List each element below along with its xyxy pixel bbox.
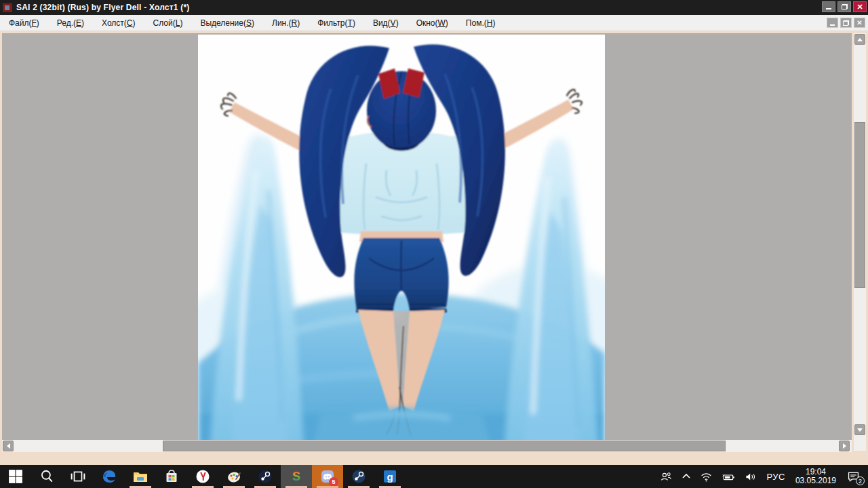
- minimize-icon: [830, 24, 835, 26]
- wifi-icon: [701, 471, 712, 483]
- arrow-down-icon: [857, 428, 863, 432]
- scroll-down-button[interactable]: [854, 424, 865, 435]
- menu-canvas[interactable]: Холст(C): [93, 16, 144, 30]
- minimize-icon: [826, 8, 831, 9]
- menu-bar: Файл(F) Ред.(E) Холст(C) Слой(L) Выделен…: [0, 15, 868, 31]
- clock[interactable]: 19:04 03.05.2019: [790, 468, 842, 485]
- title-bar[interactable]: SAI 2 (32bit) (Rus) by Flyer Dell - Холс…: [0, 0, 868, 15]
- store-icon: [164, 469, 179, 484]
- taskbar-app-edge[interactable]: [94, 465, 125, 488]
- paint-palette-icon: [226, 469, 241, 484]
- horizontal-scrollbar[interactable]: [2, 440, 852, 452]
- search-icon: [39, 469, 54, 484]
- windows-logo-icon: [8, 469, 23, 484]
- close-button[interactable]: ✕: [853, 1, 867, 12]
- taskbar-app-file-explorer[interactable]: [125, 465, 156, 488]
- language-indicator[interactable]: РУС: [762, 465, 790, 488]
- taskbar-app-store[interactable]: [156, 465, 187, 488]
- restore-button[interactable]: [837, 1, 851, 12]
- scroll-left-button[interactable]: [3, 441, 14, 451]
- arrow-left-icon: [7, 443, 10, 449]
- document-close-button[interactable]: ✕: [854, 18, 865, 28]
- taskbar-app-yandex[interactable]: [187, 465, 218, 488]
- workspace: [0, 31, 868, 465]
- canvas-viewport[interactable]: [2, 33, 852, 451]
- app-icon: [3, 3, 12, 12]
- battery-icon: [722, 471, 735, 483]
- restore-icon: [842, 4, 848, 9]
- system-tray: РУС 19:04 03.05.2019 2: [656, 465, 868, 488]
- svg-text:S: S: [292, 470, 300, 483]
- chevron-up-icon: [682, 472, 691, 481]
- taskbar-app-steam-1[interactable]: [250, 465, 281, 488]
- document-minimize-button[interactable]: [827, 18, 838, 28]
- window-title: SAI 2 (32bit) (Rus) by Flyer Dell - Холс…: [16, 3, 189, 12]
- vertical-scroll-thumb[interactable]: [854, 122, 865, 288]
- close-icon: ✕: [856, 19, 862, 26]
- start-button[interactable]: [0, 465, 31, 488]
- taskbar-app-sai2[interactable]: S: [281, 465, 312, 488]
- steam-icon: [351, 469, 366, 484]
- menu-ruler[interactable]: Лин.(R): [263, 16, 309, 30]
- menu-selection[interactable]: Выделение(S): [191, 16, 263, 30]
- taskbar: S 5 g: [0, 465, 868, 488]
- menu-edit[interactable]: Ред.(E): [48, 16, 93, 30]
- power-button[interactable]: [717, 465, 740, 488]
- sai2-icon: S: [289, 469, 304, 484]
- menu-window[interactable]: Окно(W): [408, 16, 457, 30]
- action-center-badge: 2: [856, 476, 865, 485]
- vertical-scrollbar[interactable]: [854, 33, 866, 451]
- volume-button[interactable]: [740, 465, 762, 488]
- steam-icon: [258, 469, 273, 484]
- taskbar-app-sai-palette[interactable]: [218, 465, 250, 488]
- speaker-icon: [745, 471, 757, 483]
- sai2-application-window: SAI 2 (32bit) (Rus) by Flyer Dell - Холс…: [0, 0, 868, 488]
- minimize-button[interactable]: [822, 1, 835, 12]
- arrow-right-icon: [843, 443, 846, 449]
- close-icon: ✕: [856, 3, 863, 12]
- edge-icon: [102, 469, 117, 484]
- arrow-up-icon: [857, 38, 863, 41]
- menu-help[interactable]: Пом.(H): [457, 16, 505, 30]
- file-explorer-icon: [133, 469, 148, 484]
- painting-canvas[interactable]: [198, 35, 605, 445]
- network-button[interactable]: [696, 465, 717, 488]
- menu-view[interactable]: Вид(V): [364, 16, 408, 30]
- task-view-button[interactable]: [62, 465, 94, 488]
- svg-text:g: g: [387, 471, 393, 483]
- scroll-right-button[interactable]: [839, 441, 850, 451]
- horizontal-scroll-thumb[interactable]: [163, 441, 726, 451]
- scroll-up-button[interactable]: [854, 34, 865, 45]
- yandex-browser-icon: [195, 469, 210, 484]
- taskbar-app-garrys-mod[interactable]: g: [374, 465, 406, 488]
- document-restore-button[interactable]: [840, 18, 852, 28]
- people-icon: [660, 471, 672, 483]
- action-center-button[interactable]: 2: [842, 465, 868, 488]
- taskbar-app-steam-2[interactable]: [343, 465, 374, 488]
- menu-filter[interactable]: Фильтр(T): [309, 16, 364, 30]
- date: 03.05.2019: [795, 476, 836, 485]
- menu-file[interactable]: Файл(F): [0, 16, 48, 30]
- garrys-mod-icon: g: [382, 469, 397, 484]
- search-button[interactable]: [31, 465, 62, 488]
- discord-notification-badge: 5: [329, 477, 338, 487]
- task-view-icon: [71, 469, 85, 484]
- people-button[interactable]: [656, 465, 677, 488]
- taskbar-app-discord[interactable]: 5: [312, 465, 343, 488]
- restore-icon: [843, 20, 849, 26]
- menu-layer[interactable]: Слой(L): [144, 16, 192, 30]
- hidden-icons-button[interactable]: [677, 465, 696, 488]
- painting-artwork: [198, 35, 605, 445]
